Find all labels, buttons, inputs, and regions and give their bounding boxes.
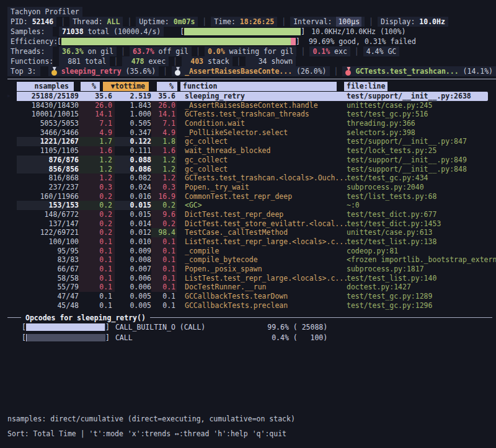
cell-percent-cumulative: 1.2 (151, 173, 177, 183)
cell-function: gc_collect (177, 165, 347, 174)
cell-percent-direct: 1.6 (79, 146, 115, 156)
cell-nsamples: 45/48 (17, 301, 79, 310)
cell-file-line: test/lock_tests.py:25 (347, 146, 496, 156)
table-row[interactable]: 100/1000.10.0100.1ListTest.test_repr_lar… (7, 237, 496, 247)
column-header-file-line[interactable]: file:line (344, 82, 388, 91)
cell-file-line: selectors.py:398 (347, 128, 496, 138)
cell-percent-cumulative: 0.1 (151, 292, 177, 301)
table-row[interactable]: 83/830.10.0080.1_compile_bytecode<frozen… (7, 255, 496, 265)
table-header: nsamples % ▼tottime % function file:line (7, 82, 496, 91)
cell-percent-cumulative: 1.2 (151, 165, 177, 174)
cell-nsamples: 148/6772 (17, 210, 79, 219)
table-row[interactable]: 856/8561.20.0861.2gc_collecttest/support… (7, 165, 496, 174)
top3-second[interactable]: _AssertRaisesBaseConte... (26.0%) (172, 66, 329, 76)
cell-nsamples: 816/868 (17, 173, 79, 183)
cell-function: GCCallbackTests.tearDown (177, 292, 347, 301)
cell-percent-direct: 0.1 (79, 292, 115, 301)
cell-percent-direct: 14.1 (79, 110, 115, 119)
cell-tottime: 0.347 (115, 128, 151, 138)
table-row[interactable]: 55/790.10.0060.1DocTestRunner.__rundocte… (7, 283, 496, 292)
opcodes-title: Opcodes for sleeping_retry() (25, 314, 146, 322)
silver-medal-icon (175, 67, 181, 76)
cell-percent-cumulative: 1.8 (151, 137, 177, 146)
cell-percent-direct: 0.1 (79, 283, 115, 292)
table-row[interactable]: 237/2370.30.0240.3Popen._try_waitsubproc… (7, 183, 496, 192)
cell-nsamples: 856/856 (17, 165, 79, 174)
column-header-tottime-sorted[interactable]: ▼tottime (103, 82, 149, 91)
table-row[interactable]: 58/580.10.0060.1ListTest.test_repr_large… (7, 274, 496, 283)
opcode-count: ( 100) (289, 333, 327, 342)
cell-tottime: 0.014 (115, 219, 151, 229)
cell-nsamples: 47/47 (17, 292, 79, 301)
column-header-nsamples[interactable]: nsamples (17, 82, 74, 91)
display-field: Display: 10.0Hz (378, 17, 448, 27)
cell-percent-cumulative: 14.1 (151, 110, 177, 119)
cell-file-line: unittest/case.py:245 (347, 101, 496, 110)
cell-function: sleeping_retry (177, 92, 347, 101)
cell-tottime: 0.006 (115, 283, 151, 292)
table-row[interactable]: 47/470.10.0050.1GCCallbackTests.tearDown… (7, 292, 496, 301)
cell-nsamples: 153/153 (17, 201, 79, 210)
table-row[interactable]: 66/670.10.0070.1Popen._posix_spawnsubpro… (7, 265, 496, 274)
cell-file-line: unittest/case.py:613 (347, 228, 496, 237)
top3-third[interactable]: GCTests.test_trashcan... (14.1%) (342, 66, 496, 76)
table-row[interactable]: 5053/50537.10.5057.1Condition.waitthread… (7, 119, 496, 128)
row-cursor (7, 292, 17, 301)
table-row[interactable]: 95/950.10.0090.1_compilecodeop.py:81 (7, 247, 496, 256)
table-row[interactable]: 10001/1001514.11.00014.1GCTests.test_tra… (7, 110, 496, 119)
table-row[interactable]: 816/8681.20.0821.2GCTests.test_trashcan.… (7, 173, 496, 183)
row-cursor (7, 110, 17, 119)
cell-function: DocTestRunner.__run (177, 283, 347, 292)
table-row[interactable]: 160/119660.20.01616.9CommonTest.test_rep… (7, 192, 496, 201)
opcode-name: CALL (115, 333, 257, 342)
column-header-pct-cumulative[interactable]: % (157, 82, 177, 91)
table-row[interactable]: 1221/12671.70.1221.8gc_collecttest/suppo… (7, 137, 496, 146)
table-row[interactable]: 876/8761.20.0881.2gc_collecttest/support… (7, 156, 496, 165)
cell-nsamples: 58/58 (17, 274, 79, 283)
keybinding-line: Sort: Total Time | 't':mode 'x':trends ↔… (7, 426, 295, 441)
opcode-bar (26, 323, 105, 331)
row-cursor (7, 165, 17, 174)
row-cursor (7, 228, 17, 237)
thread-selector[interactable]: Thread: ALL (69, 17, 123, 27)
cell-percent-cumulative: 1.6 (151, 146, 177, 156)
table-row[interactable]: ▶25188/2518935.62.51935.6sleeping_retryt… (7, 92, 488, 101)
table-row[interactable]: 18430/1843026.01.84326.0_AssertRaisesBas… (7, 101, 496, 110)
table-row[interactable]: 1105/11051.60.1111.6wait_threads_blocked… (7, 146, 496, 156)
row-cursor (7, 237, 17, 247)
table-row[interactable]: 45/480.10.0050.1GCCallbackTests.preclean… (7, 301, 496, 310)
cell-percent-direct: 0.2 (79, 228, 115, 237)
gold-medal-icon (51, 67, 58, 76)
cell-percent-cumulative: 0.1 (151, 274, 177, 283)
cell-percent-cumulative: 0.1 (151, 237, 177, 247)
functions-shown: 34 shown (246, 56, 296, 66)
cell-percent-direct: 35.6 (79, 92, 115, 101)
opcode-percent: 99.6% (257, 323, 289, 332)
cell-percent-cumulative: 9.6 (151, 210, 177, 219)
cell-percent-cumulative: 0.1 (151, 301, 177, 310)
top3-first[interactable]: sleeping_retry (35.6%) (48, 66, 159, 76)
cell-function: TestCase._callTestMethod (177, 228, 347, 237)
table-row[interactable]: 3466/34664.90.3474.9_PollLikeSelector.se… (7, 128, 496, 138)
divider: │ (198, 17, 211, 27)
cell-function: Popen._posix_spawn (177, 265, 347, 274)
cell-file-line: test/test_list.py:138 (347, 237, 496, 247)
table-row[interactable]: 122/697210.20.01298.4TestCase._callTestM… (7, 228, 496, 237)
cell-tottime: 0.005 (115, 292, 151, 301)
column-header-function[interactable]: function (180, 82, 337, 91)
table-row[interactable]: 137/1470.20.0140.2DictTest.test_store_ev… (7, 219, 496, 229)
efficiency-label: Efficiency: (7, 37, 57, 46)
opcodes-section: Opcodes for sleeping_retry() [] CALL_BUI… (7, 314, 496, 343)
table-row[interactable]: 148/67720.20.0159.6DictTest.test_repr_de… (7, 210, 496, 219)
row-cursor (7, 219, 17, 229)
column-header-pct-direct[interactable]: % (81, 82, 100, 91)
cell-nsamples: 25188/25189 (17, 92, 79, 101)
functions-stack: 403 stack (182, 56, 232, 66)
uptime-value: 0m07s (174, 17, 195, 27)
legend-line: nsamples: direct/cumulative (direct=exec… (7, 411, 295, 426)
cell-file-line: test/support/__init__.py:849 (347, 156, 496, 165)
table-row[interactable]: 153/1530.20.0150.2<GC>~:0 (7, 201, 496, 210)
opcode-name: CALL_BUILTIN_O (CALL) (115, 323, 257, 332)
cell-file-line: test/support/__init__.py:847 (347, 137, 496, 146)
cell-file-line: subprocess.py:2040 (347, 183, 496, 192)
